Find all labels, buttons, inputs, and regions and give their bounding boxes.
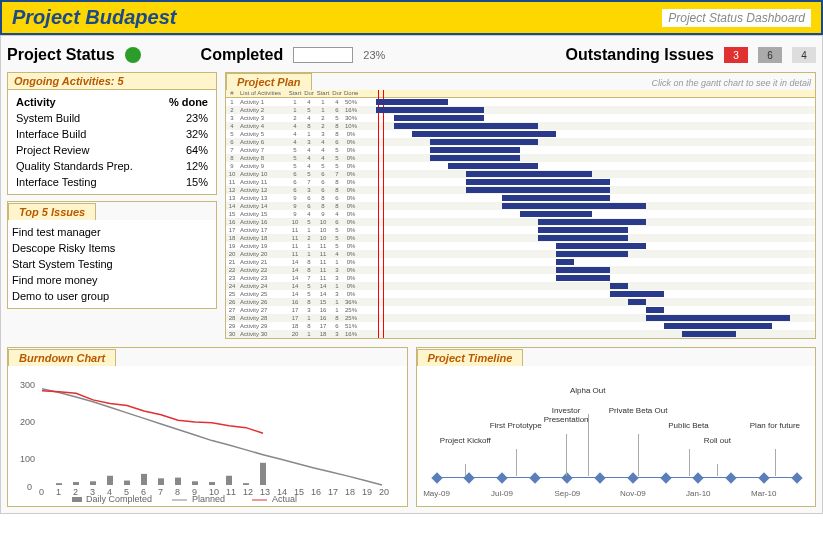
activity-row[interactable]: Project Review64% xyxy=(12,142,212,158)
burndown-chart[interactable]: 3002001000 01234567891011121314151617181… xyxy=(12,370,403,510)
gantt-row[interactable]: 21Activity 211481110% xyxy=(226,258,815,266)
timeline-chart[interactable]: May-09Jul-09Sep-09Nov-09Jan-10Mar-10Proj… xyxy=(417,366,816,506)
gantt-row[interactable]: 10Activity 1065670% xyxy=(226,170,815,178)
svg-text:19: 19 xyxy=(362,487,372,497)
issue-count-red[interactable]: 3 xyxy=(724,47,748,63)
svg-rect-37 xyxy=(260,463,266,485)
timeline-tick-icon xyxy=(594,472,605,483)
issues-panel: Top 5 Issues Find test managerDescope Ri… xyxy=(7,201,217,309)
plan-panel[interactable]: Project Plan Click on the gantt chart to… xyxy=(225,72,816,339)
activity-row[interactable]: Interface Build32% xyxy=(12,126,212,142)
svg-text:0: 0 xyxy=(39,487,44,497)
gantt-row[interactable]: 27Activity 2717316125% xyxy=(226,306,815,314)
gantt-row[interactable]: 18Activity 181121050% xyxy=(226,234,815,242)
svg-text:Planned: Planned xyxy=(192,494,225,504)
activity-name: Interface Testing xyxy=(16,176,97,188)
gantt-row[interactable]: 22Activity 221481130% xyxy=(226,266,815,274)
gantt-row[interactable]: 12Activity 1263680% xyxy=(226,186,815,194)
issue-item[interactable]: Find test manager xyxy=(12,224,212,240)
svg-text:16: 16 xyxy=(311,487,321,497)
svg-rect-34 xyxy=(209,482,215,485)
activity-row[interactable]: System Build23% xyxy=(12,110,212,126)
gantt-row[interactable]: 20Activity 201111140% xyxy=(226,250,815,258)
svg-rect-32 xyxy=(175,478,181,485)
gantt-row[interactable]: 14Activity 1496880% xyxy=(226,202,815,210)
svg-rect-28 xyxy=(107,476,113,485)
gantt-row[interactable]: 30Activity 3020118316% xyxy=(226,330,815,338)
gantt-row[interactable]: 28Activity 2817116825% xyxy=(226,314,815,322)
gantt-row[interactable]: 7Activity 754450% xyxy=(226,146,815,154)
activity-name: Project Review xyxy=(16,144,89,156)
gantt-row[interactable]: 11Activity 1167680% xyxy=(226,178,815,186)
issue-item[interactable]: Find more money xyxy=(12,272,212,288)
milestone[interactable]: InvestorPresentation xyxy=(544,406,589,424)
milestone[interactable]: Project Kickoff xyxy=(440,436,491,445)
gantt-row[interactable]: 13Activity 1396860% xyxy=(226,194,815,202)
milestone[interactable]: First Prototype xyxy=(490,421,542,430)
svg-text:11: 11 xyxy=(226,487,236,497)
gantt-row[interactable]: 17Activity 171111050% xyxy=(226,226,815,234)
issue-count-med[interactable]: 6 xyxy=(758,47,782,63)
timeline-tick-icon xyxy=(660,472,671,483)
gantt-row[interactable]: 8Activity 854450% xyxy=(226,154,815,162)
issue-count-low[interactable]: 4 xyxy=(792,47,816,63)
status-indicator-icon xyxy=(125,47,141,63)
col-pct: % done xyxy=(169,96,208,108)
milestone[interactable]: Plan for future xyxy=(750,421,800,430)
burndown-panel: Burndown Chart 3002001000 01234567891011… xyxy=(7,347,408,507)
timeline-month: Jan-10 xyxy=(686,489,710,498)
svg-text:20: 20 xyxy=(379,487,389,497)
gantt-row[interactable]: 5Activity 541380% xyxy=(226,130,815,138)
activity-row[interactable]: Quality Standards Prep.12% xyxy=(12,158,212,174)
issue-item[interactable]: Demo to user group xyxy=(12,288,212,304)
gantt-row[interactable]: 3Activity 3242530% xyxy=(226,114,815,122)
activity-pct: 15% xyxy=(186,176,208,188)
title-bar: Project Budapest Project Status Dashboar… xyxy=(0,0,823,35)
gantt-row[interactable]: 19Activity 191111150% xyxy=(226,242,815,250)
svg-rect-33 xyxy=(192,481,198,485)
svg-text:2: 2 xyxy=(73,487,78,497)
timeline-panel: Project Timeline May-09Jul-09Sep-09Nov-0… xyxy=(416,347,817,507)
milestone[interactable]: Alpha Out xyxy=(570,386,606,395)
timeline-tick-icon xyxy=(725,472,736,483)
svg-rect-38 xyxy=(72,497,82,502)
timeline-axis xyxy=(437,477,796,478)
gantt-row[interactable]: 4Activity 4482810% xyxy=(226,122,815,130)
gantt-row[interactable]: 2Activity 2151616% xyxy=(226,106,815,114)
gantt-row[interactable]: 9Activity 954550% xyxy=(226,162,815,170)
gantt-row[interactable]: 23Activity 231471130% xyxy=(226,274,815,282)
timeline-month: Mar-10 xyxy=(751,489,776,498)
gantt-row[interactable]: 24Activity 241451410% xyxy=(226,282,815,290)
svg-text:200: 200 xyxy=(20,417,35,427)
gantt-row[interactable]: 26Activity 2616815136% xyxy=(226,298,815,306)
issue-item[interactable]: Start System Testing xyxy=(12,256,212,272)
timeline-tick-icon xyxy=(496,472,507,483)
svg-rect-30 xyxy=(141,474,147,485)
gantt-row[interactable]: 1Activity 1141450% xyxy=(226,98,815,106)
svg-text:17: 17 xyxy=(328,487,338,497)
gantt-row[interactable]: 29Activity 2918817651% xyxy=(226,322,815,330)
svg-text:7: 7 xyxy=(158,487,163,497)
dashboard-subtitle: Project Status Dashboard xyxy=(662,9,811,27)
timeline-header: Project Timeline xyxy=(417,349,524,366)
svg-text:Actual: Actual xyxy=(272,494,297,504)
status-row: Project Status Completed 23% Outstanding… xyxy=(7,42,816,72)
burndown-header: Burndown Chart xyxy=(8,349,116,366)
gantt-row[interactable]: 25Activity 251451430% xyxy=(226,290,815,298)
milestone[interactable]: Public Beta xyxy=(668,421,708,430)
timeline-month: May-09 xyxy=(423,489,450,498)
svg-rect-35 xyxy=(226,476,232,485)
timeline-tick-icon xyxy=(562,472,573,483)
gantt-row[interactable]: 6Activity 643460% xyxy=(226,138,815,146)
gantt-row[interactable]: 16Activity 161051060% xyxy=(226,218,815,226)
completed-pct: 23% xyxy=(363,49,385,61)
issue-item[interactable]: Descope Risky Items xyxy=(12,240,212,256)
activity-row[interactable]: Interface Testing15% xyxy=(12,174,212,190)
gantt-row[interactable]: 15Activity 1594940% xyxy=(226,210,815,218)
milestone[interactable]: Private Beta Out xyxy=(609,406,668,415)
svg-text:13: 13 xyxy=(260,487,270,497)
plan-hint: Click on the gantt chart to see it in de… xyxy=(647,76,815,90)
timeline-tick-icon xyxy=(693,472,704,483)
milestone[interactable]: Roll out xyxy=(704,436,731,445)
svg-text:18: 18 xyxy=(345,487,355,497)
